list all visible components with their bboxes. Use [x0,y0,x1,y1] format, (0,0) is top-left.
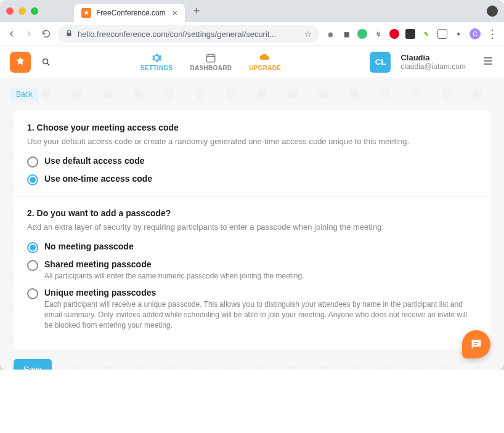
extension-icons: ◉ ▦ ↯ ✎ ✦ C ⋮ [325,27,498,41]
nav-upgrade-label: UPGRADE [249,65,281,71]
favicon-icon [81,8,91,18]
section2-title: 2. Do you want to add a passcode? [27,208,477,218]
radio-unique-passcodes[interactable]: Unique meeting passcodes Each participan… [27,288,477,330]
settings-card: 1. Choose your meeting access code Use y… [14,110,490,349]
nav-dashboard-label: DASHBOARD [190,65,232,71]
ext-green-icon[interactable] [357,29,367,39]
ext-puzzle-icon[interactable]: ✦ [453,29,463,39]
star-icon[interactable]: ☆ [304,30,312,39]
radio-label: Unique meeting passcodes [44,288,477,297]
ext-dark-icon[interactable] [405,29,415,39]
chat-icon [469,338,483,351]
back-button[interactable]: Back [10,87,39,102]
ext-sync-icon[interactable]: ↯ [373,29,383,39]
profile-avatar-icon[interactable]: C [469,28,481,39]
divider [14,196,490,197]
ext-pen-icon[interactable]: ✎ [421,29,431,39]
window-minimize-icon[interactable] [18,7,26,15]
radio-onetime-access-code[interactable]: Use one-time access code [27,174,477,185]
browser-tab-bar: FreeConference.com × + [0,0,504,22]
section1-desc: Use your default access code or create a… [27,136,477,147]
cloud-upload-icon [259,52,270,63]
browser-tab[interactable]: FreeConference.com × [74,4,185,22]
user-initials: CL [375,57,386,67]
section2-desc: Add an extra layer of security by requir… [27,222,477,233]
radio-label: Use one-time access code [44,174,477,184]
radio-icon [27,260,38,271]
url-text: hello.freeconference.com/conf/settings/g… [78,30,276,39]
window-maximize-icon[interactable] [31,7,38,15]
ext-camera-icon[interactable]: ◉ [325,29,335,39]
radio-label: Use default access code [44,156,477,166]
ext-pinterest-icon[interactable] [389,29,399,39]
reload-icon[interactable] [41,28,52,39]
radio-default-access-code[interactable]: Use default access code [27,156,477,168]
svg-rect-1 [207,55,216,62]
radio-shared-passcode[interactable]: Shared meeting passcode All participants… [27,259,477,281]
svg-point-0 [43,59,48,63]
save-button[interactable]: Save [14,359,52,370]
calendar-icon [205,52,216,63]
user-avatar[interactable]: CL [370,52,391,73]
user-name: Claudia [400,53,466,62]
nav-upgrade[interactable]: UPGRADE [249,52,281,71]
browser-menu-icon[interactable]: ⋮ [487,27,498,41]
user-info[interactable]: Claudia claudia@iotum.com [400,53,466,71]
nav-dashboard[interactable]: DASHBOARD [190,52,232,71]
ext-square-icon[interactable] [437,29,447,39]
radio-hint: Each participant will receive a unique p… [44,299,477,330]
ext-grid-icon[interactable]: ▦ [341,29,351,39]
radio-icon [27,242,38,253]
forward-icon[interactable] [23,28,35,39]
new-tab-button[interactable]: + [190,5,204,18]
radio-icon [27,156,38,168]
browser-profile-icon[interactable] [487,6,498,17]
section1-title: 1. Choose your meeting access code [27,123,477,132]
window-close-icon[interactable] [6,7,14,15]
search-icon[interactable] [41,57,52,68]
address-bar[interactable]: hello.freeconference.com/conf/settings/g… [58,25,319,42]
tab-close-icon[interactable]: × [173,8,177,18]
tab-title: FreeConference.com [96,9,166,17]
radio-no-passcode[interactable]: No meeting passcode [27,241,477,253]
chat-fab[interactable] [462,330,490,358]
radio-label: No meeting passcode [44,241,477,251]
lock-icon [65,30,73,39]
radio-label: Shared meeting passcode [44,259,477,269]
radio-hint: All participants will enter the same num… [44,271,477,281]
user-email: claudia@iotum.com [400,62,466,71]
app-logo[interactable] [10,52,31,73]
nav-settings[interactable]: SETTINGS [140,52,173,71]
nav-settings-label: SETTINGS [140,65,173,71]
back-icon[interactable] [6,28,17,39]
radio-icon [27,288,38,299]
hamburger-menu-icon[interactable] [482,55,494,70]
radio-icon [27,174,38,185]
gear-icon [151,52,162,63]
